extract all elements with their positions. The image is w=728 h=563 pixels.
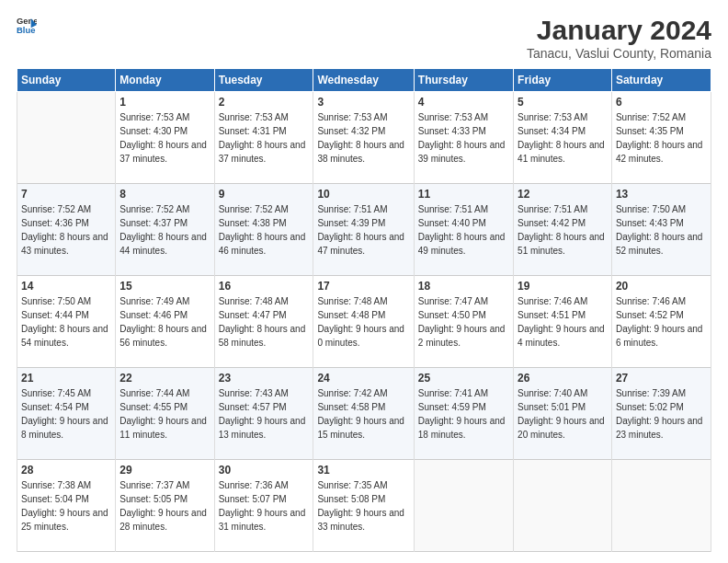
- day-info: Sunrise: 7:42 AMSunset: 4:58 PMDaylight:…: [317, 386, 409, 442]
- calendar-cell: 16Sunrise: 7:48 AMSunset: 4:47 PMDayligh…: [214, 276, 313, 368]
- day-info: Sunrise: 7:50 AMSunset: 4:44 PMDaylight:…: [21, 294, 111, 350]
- logo: General Blue: [17, 15, 37, 35]
- calendar-cell: 8Sunrise: 7:52 AMSunset: 4:37 PMDaylight…: [116, 184, 214, 276]
- day-info: Sunrise: 7:48 AMSunset: 4:48 PMDaylight:…: [317, 294, 409, 350]
- calendar-cell: 5Sunrise: 7:53 AMSunset: 4:34 PMDaylight…: [514, 92, 612, 184]
- location-title: Tanacu, Vaslui County, Romania: [527, 46, 711, 61]
- calendar-cell: 12Sunrise: 7:51 AMSunset: 4:42 PMDayligh…: [514, 184, 612, 276]
- day-number: 28: [21, 464, 111, 477]
- col-header-wednesday: Wednesday: [313, 69, 414, 92]
- day-number: 3: [317, 96, 409, 109]
- calendar-cell: 22Sunrise: 7:44 AMSunset: 4:55 PMDayligh…: [116, 368, 214, 460]
- day-number: 31: [317, 464, 409, 477]
- day-info: Sunrise: 7:39 AMSunset: 5:02 PMDaylight:…: [616, 386, 707, 442]
- day-number: 13: [616, 188, 707, 201]
- calendar-cell: [611, 460, 711, 552]
- day-info: Sunrise: 7:37 AMSunset: 5:05 PMDaylight:…: [119, 478, 210, 534]
- col-header-saturday: Saturday: [611, 69, 711, 92]
- day-info: Sunrise: 7:36 AMSunset: 5:07 PMDaylight:…: [219, 478, 310, 534]
- col-header-monday: Monday: [116, 69, 214, 92]
- day-info: Sunrise: 7:50 AMSunset: 4:43 PMDaylight:…: [616, 202, 707, 258]
- day-info: Sunrise: 7:41 AMSunset: 4:59 PMDaylight:…: [418, 386, 509, 442]
- calendar-table: SundayMondayTuesdayWednesdayThursdayFrid…: [17, 68, 711, 552]
- calendar-cell: 17Sunrise: 7:48 AMSunset: 4:48 PMDayligh…: [313, 276, 414, 368]
- day-info: Sunrise: 7:51 AMSunset: 4:42 PMDaylight:…: [518, 202, 608, 258]
- header: General Blue January 2024 Tanacu, Vaslui…: [17, 15, 711, 61]
- calendar-cell: [414, 460, 513, 552]
- calendar-cell: 10Sunrise: 7:51 AMSunset: 4:39 PMDayligh…: [313, 184, 414, 276]
- day-number: 15: [119, 280, 210, 293]
- day-number: 7: [21, 188, 111, 201]
- day-number: 18: [418, 280, 509, 293]
- calendar-cell: 30Sunrise: 7:36 AMSunset: 5:07 PMDayligh…: [214, 460, 313, 552]
- calendar-cell: 18Sunrise: 7:47 AMSunset: 4:50 PMDayligh…: [414, 276, 513, 368]
- calendar-cell: 7Sunrise: 7:52 AMSunset: 4:36 PMDaylight…: [17, 184, 116, 276]
- day-number: 21: [21, 372, 111, 385]
- day-info: Sunrise: 7:40 AMSunset: 5:01 PMDaylight:…: [518, 386, 608, 442]
- calendar-cell: 28Sunrise: 7:38 AMSunset: 5:04 PMDayligh…: [17, 460, 116, 552]
- day-info: Sunrise: 7:53 AMSunset: 4:30 PMDaylight:…: [119, 110, 210, 166]
- day-number: 8: [119, 188, 210, 201]
- day-number: 5: [518, 96, 608, 109]
- day-info: Sunrise: 7:53 AMSunset: 4:31 PMDaylight:…: [219, 110, 310, 166]
- calendar-week-row: 7Sunrise: 7:52 AMSunset: 4:36 PMDaylight…: [17, 184, 711, 276]
- calendar-cell: 15Sunrise: 7:49 AMSunset: 4:46 PMDayligh…: [116, 276, 214, 368]
- day-number: 2: [219, 96, 310, 109]
- day-info: Sunrise: 7:47 AMSunset: 4:50 PMDaylight:…: [418, 294, 509, 350]
- calendar-week-row: 1Sunrise: 7:53 AMSunset: 4:30 PMDaylight…: [17, 92, 711, 184]
- calendar-cell: 1Sunrise: 7:53 AMSunset: 4:30 PMDaylight…: [116, 92, 214, 184]
- calendar-cell: 24Sunrise: 7:42 AMSunset: 4:58 PMDayligh…: [313, 368, 414, 460]
- calendar-cell: 23Sunrise: 7:43 AMSunset: 4:57 PMDayligh…: [214, 368, 313, 460]
- logo-icon: General Blue: [17, 15, 37, 35]
- calendar-header-row: SundayMondayTuesdayWednesdayThursdayFrid…: [17, 69, 711, 92]
- calendar-week-row: 14Sunrise: 7:50 AMSunset: 4:44 PMDayligh…: [17, 276, 711, 368]
- day-number: 4: [418, 96, 509, 109]
- calendar-cell: 13Sunrise: 7:50 AMSunset: 4:43 PMDayligh…: [611, 184, 711, 276]
- day-number: 19: [518, 280, 608, 293]
- day-number: 22: [119, 372, 210, 385]
- day-info: Sunrise: 7:49 AMSunset: 4:46 PMDaylight:…: [119, 294, 210, 350]
- day-info: Sunrise: 7:52 AMSunset: 4:35 PMDaylight:…: [616, 110, 707, 166]
- calendar-cell: 14Sunrise: 7:50 AMSunset: 4:44 PMDayligh…: [17, 276, 116, 368]
- calendar-cell: 4Sunrise: 7:53 AMSunset: 4:33 PMDaylight…: [414, 92, 513, 184]
- day-info: Sunrise: 7:38 AMSunset: 5:04 PMDaylight:…: [21, 478, 111, 534]
- month-title: January 2024: [527, 15, 711, 46]
- calendar-cell: 2Sunrise: 7:53 AMSunset: 4:31 PMDaylight…: [214, 92, 313, 184]
- day-number: 6: [616, 96, 707, 109]
- col-header-tuesday: Tuesday: [214, 69, 313, 92]
- day-number: 23: [219, 372, 310, 385]
- day-number: 20: [616, 280, 707, 293]
- calendar-cell: 6Sunrise: 7:52 AMSunset: 4:35 PMDaylight…: [611, 92, 711, 184]
- calendar-cell: 29Sunrise: 7:37 AMSunset: 5:05 PMDayligh…: [116, 460, 214, 552]
- day-number: 30: [219, 464, 310, 477]
- day-info: Sunrise: 7:51 AMSunset: 4:39 PMDaylight:…: [317, 202, 409, 258]
- calendar-cell: [17, 92, 116, 184]
- day-info: Sunrise: 7:52 AMSunset: 4:37 PMDaylight:…: [119, 202, 210, 258]
- calendar-week-row: 28Sunrise: 7:38 AMSunset: 5:04 PMDayligh…: [17, 460, 711, 552]
- calendar-cell: 21Sunrise: 7:45 AMSunset: 4:54 PMDayligh…: [17, 368, 116, 460]
- title-block: January 2024 Tanacu, Vaslui County, Roma…: [527, 15, 711, 61]
- day-info: Sunrise: 7:48 AMSunset: 4:47 PMDaylight:…: [219, 294, 310, 350]
- day-number: 24: [317, 372, 409, 385]
- col-header-sunday: Sunday: [17, 69, 116, 92]
- day-number: 29: [119, 464, 210, 477]
- day-number: 26: [518, 372, 608, 385]
- calendar-cell: 25Sunrise: 7:41 AMSunset: 4:59 PMDayligh…: [414, 368, 513, 460]
- calendar-cell: 26Sunrise: 7:40 AMSunset: 5:01 PMDayligh…: [514, 368, 612, 460]
- day-number: 27: [616, 372, 707, 385]
- col-header-friday: Friday: [514, 69, 612, 92]
- day-number: 9: [219, 188, 310, 201]
- day-number: 14: [21, 280, 111, 293]
- day-number: 10: [317, 188, 409, 201]
- day-info: Sunrise: 7:53 AMSunset: 4:33 PMDaylight:…: [418, 110, 509, 166]
- day-info: Sunrise: 7:46 AMSunset: 4:52 PMDaylight:…: [616, 294, 707, 350]
- calendar-cell: 11Sunrise: 7:51 AMSunset: 4:40 PMDayligh…: [414, 184, 513, 276]
- calendar-page: General Blue January 2024 Tanacu, Vaslui…: [0, 0, 728, 563]
- day-info: Sunrise: 7:45 AMSunset: 4:54 PMDaylight:…: [21, 386, 111, 442]
- calendar-cell: 9Sunrise: 7:52 AMSunset: 4:38 PMDaylight…: [214, 184, 313, 276]
- day-info: Sunrise: 7:53 AMSunset: 4:34 PMDaylight:…: [518, 110, 608, 166]
- calendar-cell: 27Sunrise: 7:39 AMSunset: 5:02 PMDayligh…: [611, 368, 711, 460]
- day-number: 11: [418, 188, 509, 201]
- calendar-cell: 31Sunrise: 7:35 AMSunset: 5:08 PMDayligh…: [313, 460, 414, 552]
- calendar-cell: 20Sunrise: 7:46 AMSunset: 4:52 PMDayligh…: [611, 276, 711, 368]
